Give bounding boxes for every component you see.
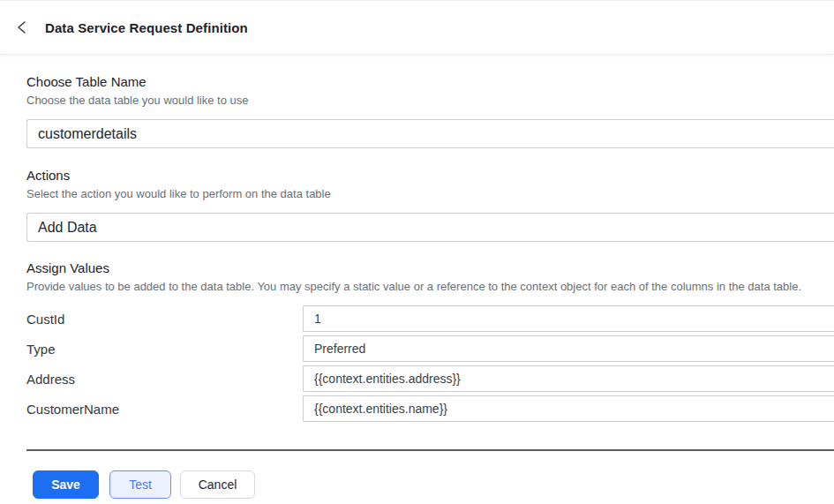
test-button[interactable]: Test	[109, 470, 171, 499]
row-label: CustomerName	[26, 402, 303, 417]
actions-label: Actions	[26, 168, 834, 183]
save-button[interactable]: Save	[33, 470, 99, 499]
form-content: Choose Table Name Choose the data table …	[0, 74, 834, 499]
chevron-left-icon	[16, 20, 28, 34]
assign-row-type: Type	[26, 335, 834, 362]
actions-input[interactable]	[26, 213, 834, 242]
row-label: CustId	[26, 312, 303, 327]
row-value-input[interactable]	[303, 305, 834, 332]
page-title: Data Service Request Definition	[45, 20, 248, 35]
row-value-input[interactable]	[303, 395, 834, 422]
actions-section: Actions Select the action you would like…	[26, 168, 834, 242]
assign-row-custid: CustId	[26, 305, 834, 332]
table-name-label: Choose Table Name	[26, 74, 834, 89]
table-name-input[interactable]	[26, 119, 834, 148]
row-value-input[interactable]	[303, 365, 834, 392]
row-label: Type	[26, 342, 303, 357]
assign-values-rows: CustId Type Address CustomerName	[26, 305, 834, 422]
choose-table-section: Choose Table Name Choose the data table …	[26, 74, 834, 148]
table-name-helper: Choose the data table you would like to …	[26, 94, 834, 107]
assign-row-customername: CustomerName	[26, 395, 834, 422]
row-value-input[interactable]	[303, 335, 834, 362]
footer-actions: Save Test Cancel	[26, 470, 834, 499]
cancel-button[interactable]: Cancel	[180, 470, 255, 499]
assign-values-section: Assign Values Provide values to be added…	[26, 260, 834, 422]
back-button[interactable]	[11, 16, 34, 39]
page-header: Data Service Request Definition	[0, 1, 834, 55]
assign-row-address: Address	[26, 365, 834, 392]
footer-divider	[26, 449, 834, 451]
actions-helper: Select the action you would like to perf…	[26, 187, 834, 200]
assign-values-helper: Provide values to be added to the data t…	[26, 280, 834, 293]
assign-values-label: Assign Values	[26, 260, 834, 275]
row-label: Address	[26, 372, 303, 387]
